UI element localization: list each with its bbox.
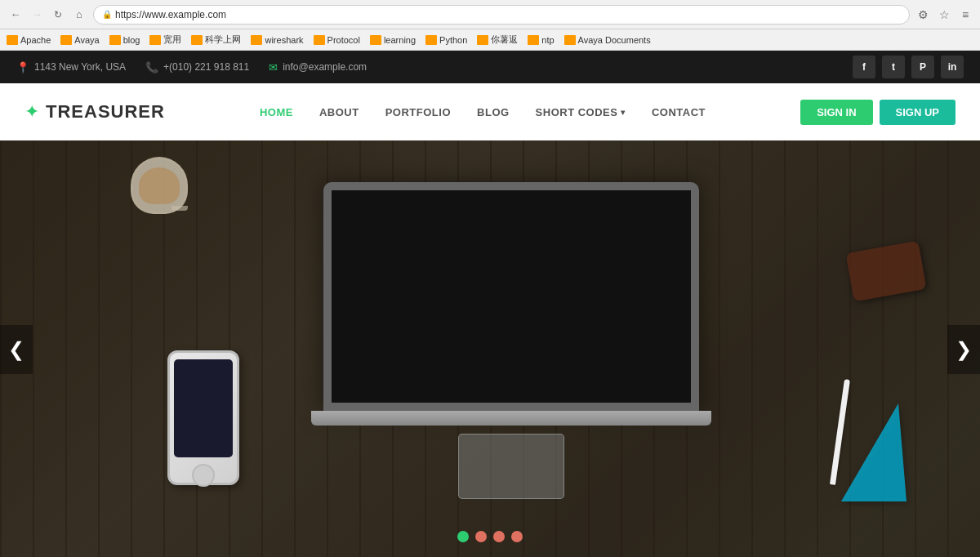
slider-next-button[interactable]: ❯: [947, 325, 980, 374]
nav-shortcodes[interactable]: SHORT CODES ▾: [524, 100, 637, 125]
nav-about[interactable]: ABOUT: [308, 100, 371, 125]
address-info: 📍 1143 New York, USA: [16, 61, 126, 74]
lock-icon: 🔒: [102, 10, 112, 19]
nav-auth-buttons: SIGN IN SIGN UP: [800, 100, 956, 125]
phone-text: +(010) 221 918 811: [163, 61, 249, 73]
main-navbar: ✦ TREASURER HOME ABOUT PORTFOLIO BLOG SH…: [0, 83, 980, 140]
nav-home-button[interactable]: ⌂: [70, 6, 88, 24]
hero-background: [0, 140, 980, 557]
nav-blog[interactable]: BLOG: [466, 100, 521, 125]
bookmark-python[interactable]: Python: [425, 35, 467, 45]
slider-dot-3[interactable]: [493, 531, 505, 542]
bookmark-wireshark[interactable]: wireshark: [251, 35, 303, 45]
logo-icon: ✦: [24, 101, 39, 123]
bookmark-kuanyong[interactable]: 宽用: [149, 33, 181, 46]
slider-dot-2[interactable]: [475, 531, 487, 542]
slider-dot-1[interactable]: [457, 531, 469, 542]
nav-portfolio[interactable]: PORTFOLIO: [374, 100, 462, 125]
twitter-button[interactable]: t: [882, 56, 905, 78]
bookmarks-bar: Apache Avaya blog 宽用 科学上网 wireshark Prot…: [0, 29, 980, 51]
facebook-button[interactable]: f: [853, 56, 875, 78]
phone-icon: 📞: [145, 61, 158, 74]
email-text: info@example.com: [283, 61, 367, 73]
bookmark-avaya-docs[interactable]: Avaya Documents: [564, 35, 651, 45]
bookmark-nishufan[interactable]: 你薯返: [477, 33, 518, 46]
nav-menu: HOME ABOUT PORTFOLIO BLOG SHORT CODES ▾ …: [248, 100, 717, 125]
top-info-left: 📍 1143 New York, USA 📞 +(010) 221 918 81…: [16, 61, 367, 74]
bookmark-protocol[interactable]: Protocol: [314, 35, 360, 45]
location-icon: 📍: [16, 61, 29, 74]
logo[interactable]: ✦ TREASURER: [24, 101, 165, 123]
sign-in-button[interactable]: SIGN IN: [800, 100, 872, 125]
slider-dot-4[interactable]: [511, 531, 523, 542]
address-bar-container: 🔒: [93, 5, 910, 25]
bookmark-ntp[interactable]: ntp: [528, 35, 554, 45]
social-links: f t P in: [853, 56, 964, 78]
bookmark-kexue[interactable]: 科学上网: [191, 33, 241, 46]
top-info-bar: 📍 1143 New York, USA 📞 +(010) 221 918 81…: [0, 51, 980, 83]
bookmark-avaya[interactable]: Avaya: [60, 35, 99, 45]
logo-text: TREASURER: [46, 101, 165, 123]
browser-menu-icon[interactable]: ≡: [957, 7, 973, 23]
bookmark-star-icon[interactable]: ☆: [936, 7, 952, 23]
slider-prev-button[interactable]: ❮: [0, 325, 33, 374]
nav-contact[interactable]: CONTACT: [640, 100, 717, 125]
sign-up-button[interactable]: SIGN UP: [880, 100, 956, 125]
phone-info: 📞 +(010) 221 918 811: [145, 61, 249, 74]
pinterest-button[interactable]: P: [911, 56, 934, 78]
bookmark-learning[interactable]: learning: [370, 35, 416, 45]
linkedin-button[interactable]: in: [941, 56, 964, 78]
email-info: ✉ info@example.com: [269, 61, 367, 74]
hero-slider: ❮ ❯: [0, 140, 980, 557]
slider-dots: [457, 531, 523, 542]
bookmark-blog[interactable]: blog: [109, 35, 140, 45]
shortcodes-dropdown-arrow: ▾: [621, 108, 626, 117]
extensions-icon[interactable]: ⚙: [915, 7, 931, 23]
nav-refresh-button[interactable]: ↻: [49, 6, 67, 24]
nav-home[interactable]: HOME: [248, 100, 305, 125]
email-icon: ✉: [269, 61, 278, 74]
address-text: 1143 New York, USA: [34, 61, 126, 73]
nav-forward-button[interactable]: →: [28, 6, 46, 24]
address-input[interactable]: [115, 9, 901, 20]
nav-back-button[interactable]: ←: [7, 6, 24, 24]
bookmark-apache[interactable]: Apache: [7, 35, 51, 45]
